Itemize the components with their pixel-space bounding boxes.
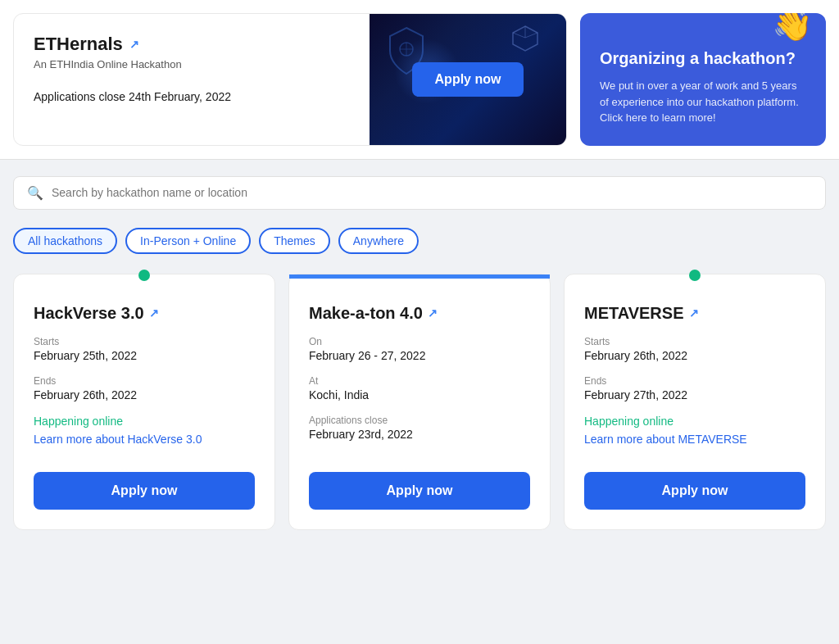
apply-button-metaverse[interactable]: Apply now — [584, 472, 805, 510]
hero-section: ETHernals ↗ An ETHIndia Online Hackathon… — [0, 0, 839, 160]
hero-apply-button[interactable]: Apply now — [412, 62, 524, 97]
organizer-promo-text: We put in over a year of work and 5 year… — [600, 78, 806, 126]
filter-anywhere[interactable]: Anywhere — [338, 228, 419, 254]
app-close-label: Applications close — [309, 415, 530, 426]
card-metaverse: METAVERSE ↗ Starts February 26th, 2022 E… — [564, 274, 826, 530]
starts-label: Starts — [34, 336, 255, 347]
filter-in-person-online[interactable]: In-Person + Online — [125, 228, 251, 254]
learn-more-link-hackverse[interactable]: Learn more about HackVerse 3.0 — [34, 433, 255, 446]
filter-section: All hackathons In-Person + Online Themes… — [0, 220, 839, 267]
hero-title: ETHernals ↗ — [34, 34, 350, 55]
apply-button-hackverse[interactable]: Apply now — [34, 472, 255, 510]
app-close-value: February 23rd, 2022 — [309, 428, 530, 441]
hero-banner: ETHernals ↗ An ETHIndia Online Hackathon… — [13, 13, 567, 146]
hero-image: Apply now — [370, 14, 566, 145]
hero-content: ETHernals ↗ An ETHIndia Online Hackathon… — [14, 14, 370, 145]
hackathon-cards: HackVerse 3.0 ↗ Starts February 25th, 20… — [0, 267, 839, 550]
ends-value-meta: February 27th, 2022 — [584, 388, 805, 401]
online-badge: Happening online — [34, 415, 255, 428]
card-hackverse: HackVerse 3.0 ↗ Starts February 25th, 20… — [13, 274, 275, 530]
search-bar: 🔍 — [13, 176, 826, 210]
search-section: 🔍 — [0, 160, 839, 220]
at-label: At — [309, 375, 530, 387]
learn-more-link-metaverse[interactable]: Learn more about METAVERSE — [584, 433, 805, 446]
external-link-icon-metaverse[interactable]: ↗ — [689, 306, 699, 320]
starts-value-meta: February 26th, 2022 — [584, 349, 805, 362]
card-title-hackverse: HackVerse 3.0 ↗ — [34, 304, 255, 323]
hero-title-text: ETHernals — [34, 34, 123, 55]
online-badge-meta: Happening online — [584, 415, 805, 428]
wave-emoji: 👋 — [776, 13, 813, 41]
starts-label-meta: Starts — [584, 336, 805, 347]
apply-button-makeaton[interactable]: Apply now — [309, 472, 530, 510]
filter-all-hackathons[interactable]: All hackathons — [13, 228, 117, 254]
ends-label: Ends — [34, 375, 255, 387]
external-link-icon-hackverse[interactable]: ↗ — [149, 306, 159, 320]
on-label: On — [309, 336, 530, 347]
on-value: February 26 - 27, 2022 — [309, 349, 530, 362]
organizer-promo-title: Organizing a hackathon? — [600, 49, 806, 68]
starts-value: February 25th, 2022 — [34, 349, 255, 362]
card-indicator-makeaton — [289, 274, 550, 279]
cube-icon — [509, 22, 542, 55]
card-title-makeaton: Make-a-ton 4.0 ↗ — [309, 304, 530, 323]
card-indicator-hackverse — [138, 270, 150, 281]
ends-label-meta: Ends — [584, 375, 805, 387]
hero-date: Applications close 24th February, 2022 — [34, 90, 350, 103]
search-input[interactable] — [52, 186, 812, 199]
svg-line-4 — [525, 33, 537, 38]
ends-value: February 26th, 2022 — [34, 388, 255, 401]
svg-line-3 — [513, 33, 525, 38]
card-title-metaverse: METAVERSE ↗ — [584, 304, 805, 323]
hero-subtitle: An ETHIndia Online Hackathon — [34, 58, 350, 70]
external-link-icon[interactable]: ↗ — [129, 38, 139, 51]
at-value: Kochi, India — [309, 388, 530, 401]
filter-themes[interactable]: Themes — [259, 228, 330, 254]
card-makeaton: Make-a-ton 4.0 ↗ On February 26 - 27, 20… — [288, 274, 551, 530]
organizer-promo[interactable]: 👋 Organizing a hackathon? We put in over… — [580, 13, 826, 146]
card-indicator-metaverse — [689, 270, 701, 281]
search-icon: 🔍 — [27, 185, 43, 201]
external-link-icon-makeaton[interactable]: ↗ — [428, 306, 438, 320]
